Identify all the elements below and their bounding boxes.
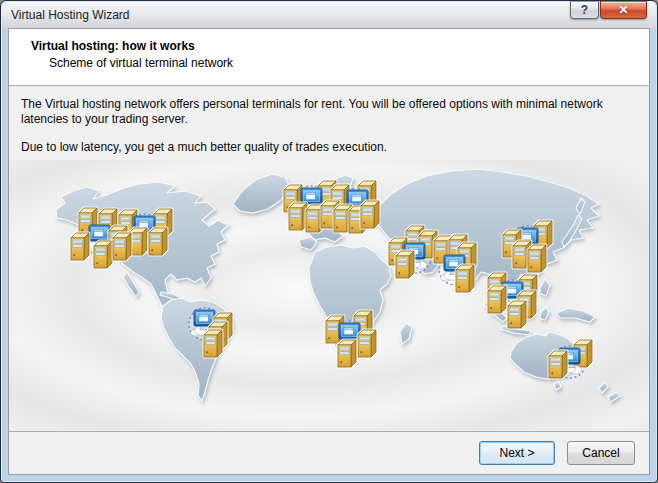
server-icon (358, 330, 376, 357)
cancel-button[interactable]: Cancel (567, 441, 635, 465)
wizard-footer: Next > Cancel (9, 432, 649, 474)
server-icon (113, 233, 131, 260)
dialog-client-area: Virtual hosting: how it works Scheme of … (8, 28, 650, 475)
close-button[interactable]: ✕ (600, 1, 647, 19)
wizard-content: The Virtual hosting network offers perso… (9, 86, 649, 432)
virtual-hosting-wizard-window: Virtual Hosting Wizard ? ✕ Virtual hosti… (0, 0, 658, 483)
close-icon: ✕ (618, 4, 628, 16)
help-button[interactable]: ? (570, 1, 599, 19)
server-icon (549, 351, 567, 378)
help-icon: ? (581, 4, 588, 16)
server-icon (94, 241, 112, 268)
server-icon (456, 265, 474, 292)
world-map (9, 160, 649, 430)
server-icon (338, 340, 356, 367)
server-icon (289, 203, 307, 230)
server-icon (361, 201, 379, 228)
wizard-step-subtitle: Scheme of virtual terminal network (49, 56, 637, 70)
caption-buttons: ? ✕ (570, 1, 647, 19)
server-icon (508, 301, 526, 328)
next-button[interactable]: Next > (479, 441, 555, 465)
server-icon (149, 228, 167, 255)
server-icon (528, 245, 546, 272)
window-title: Virtual Hosting Wizard (11, 8, 130, 22)
server-icon (396, 251, 414, 278)
wizard-header: Virtual hosting: how it works Scheme of … (9, 29, 649, 86)
description-paragraph-1: The Virtual hosting network offers perso… (21, 97, 635, 127)
titlebar[interactable]: Virtual Hosting Wizard (2, 2, 656, 28)
wizard-step-title: Virtual hosting: how it works (31, 39, 637, 53)
server-icon (71, 233, 89, 260)
server-icon (488, 286, 506, 313)
server-icon (204, 330, 222, 357)
description-paragraph-2: Due to low latency, you get a much bette… (21, 140, 635, 155)
